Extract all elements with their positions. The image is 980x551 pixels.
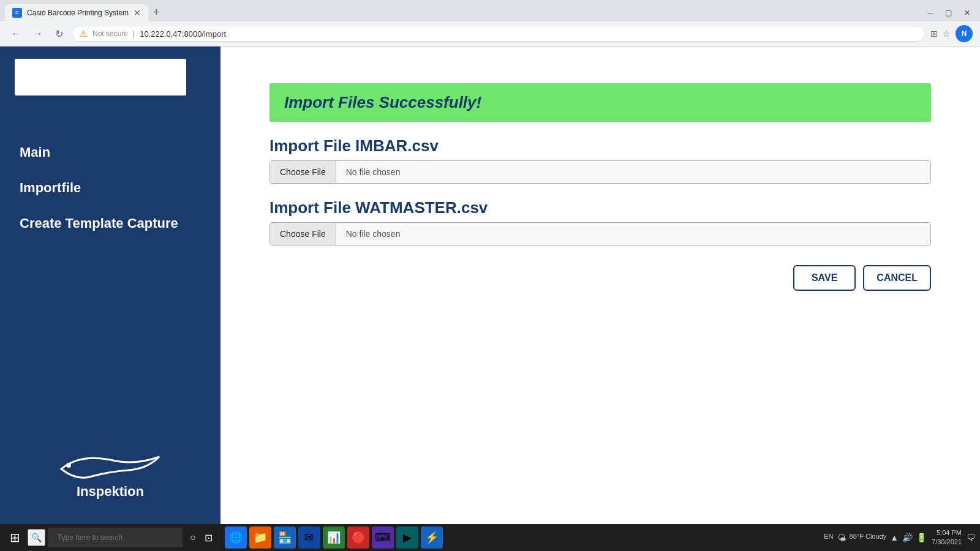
taskbar-app-ps[interactable]: ⚡ [421,527,443,549]
security-warning-icon: ⚠ [80,29,88,39]
inspektion-logo: Inspektion [55,451,165,500]
window-controls: ─ ▢ ✕ [922,6,975,20]
taskbar-system-icons: EN 🌤 88°F Cloudy ▲ 🔊 🔋 [824,533,927,542]
success-banner: Import Files Successfully! [270,83,931,122]
taskbar-app-mail[interactable]: ✉ [298,527,320,549]
security-label: Not secure [92,29,128,38]
taskbar-weather-icon: 🌤 [837,533,846,542]
sidebar-footer: Inspektion [0,426,221,524]
main-content: Import Files Successfully! Import File I… [221,47,980,524]
taskbar-quick-icons: ○ ⊡ [187,530,215,546]
address-text: 10.222.0.47:8000/import [140,29,918,39]
maximize-button[interactable]: ▢ [940,6,957,20]
save-button[interactable]: SAVE [793,265,856,291]
taskbar-search-input[interactable] [48,528,183,547]
taskbar-search-icon[interactable]: 🔍 [28,529,45,546]
address-bar-row: ← → ↻ ⚠ Not secure | 10.222.0.47:8000/im… [0,21,980,46]
watmaster-choose-file-button[interactable]: Choose File [270,223,336,245]
start-button[interactable]: ⊞ [5,528,25,547]
minimize-button[interactable]: ─ [922,6,938,20]
taskbar-battery-icon[interactable]: 🔋 [916,533,927,542]
taskbar-weather: 88°F Cloudy [850,533,887,542]
brand-name: Inspektion [77,484,144,500]
inspektion-swoosh-icon [55,451,165,481]
imbar-choose-file-button[interactable]: Choose File [270,161,336,183]
watmaster-file-input-row: Choose File No file chosen [270,222,931,246]
taskbar-time: 5:04 PM [932,528,962,538]
taskbar: ⊞ 🔍 ○ ⊡ 🌐 📁 🏪 ✉ 📊 🔴 ⌨ ▶ ⚡ EN 🌤 88°F Clou… [0,524,980,551]
sidebar: Main Importfile Create Template Capture … [0,47,221,524]
taskbar-right: EN 🌤 88°F Cloudy ▲ 🔊 🔋 5:04 PM 7/30/2021… [824,528,975,547]
taskbar-task-icon[interactable]: ⊡ [202,530,215,546]
forward-button[interactable]: → [29,27,47,40]
taskbar-language: EN [824,533,833,542]
tab-title: Casio Barcode Printing System [27,9,129,17]
import-watmaster-title: Import File WATMASTER.csv [270,198,931,217]
taskbar-apps: 🌐 📁 🏪 ✉ 📊 🔴 ⌨ ▶ ⚡ [225,527,822,549]
cancel-button[interactable]: CANCEL [863,265,931,291]
taskbar-app-folder[interactable]: 📁 [249,527,271,549]
success-message: Import Files Successfully! [284,93,481,111]
taskbar-app-term[interactable]: ▶ [396,527,418,549]
star-icon[interactable]: ☆ [943,29,951,39]
active-tab[interactable]: C Casio Barcode Printing System ✕ [5,4,148,21]
profile-avatar[interactable]: N [956,25,973,42]
sidebar-logo-area [0,47,221,108]
taskbar-app-edge[interactable]: 🌐 [225,527,247,549]
import-watmaster-section: Import File WATMASTER.csv Choose File No… [270,198,931,246]
action-buttons: SAVE CANCEL [270,265,931,291]
tab-favicon: C [12,8,22,18]
taskbar-network-icon[interactable]: ▲ [890,533,899,542]
address-icons: ⊞ ☆ [930,29,951,39]
close-button[interactable]: ✕ [959,6,975,20]
import-imbar-section: Import File IMBAR.csv Choose File No fil… [270,137,931,184]
import-imbar-title: Import File IMBAR.csv [270,137,931,156]
tab-bar: C Casio Barcode Printing System ✕ + ─ ▢ … [0,0,980,21]
taskbar-app-red[interactable]: 🔴 [347,527,369,549]
taskbar-app-store[interactable]: 🏪 [274,527,296,549]
sidebar-nav: Main Importfile Create Template Capture [0,108,221,426]
address-bar[interactable]: ⚠ Not secure | 10.222.0.47:8000/import [72,26,925,42]
imbar-file-name: No file chosen [336,161,930,183]
svg-point-0 [66,463,71,468]
sidebar-logo-box [15,59,186,96]
new-tab-button[interactable]: + [148,4,165,21]
watmaster-file-name: No file chosen [336,223,930,245]
back-button[interactable]: ← [7,27,24,40]
taskbar-app-green[interactable]: 📊 [323,527,345,549]
taskbar-volume-icon[interactable]: 🔊 [902,533,913,542]
sidebar-item-importfile[interactable]: Importfile [20,180,201,196]
taskbar-date: 7/30/2021 [932,538,962,547]
taskbar-app-vs[interactable]: ⌨ [372,527,394,549]
taskbar-voice-icon[interactable]: ○ [187,530,198,545]
sidebar-item-create-template[interactable]: Create Template Capture [20,216,201,231]
taskbar-notifications-icon[interactable]: 🗨 [967,533,975,542]
refresh-button[interactable]: ↻ [51,27,67,41]
taskbar-datetime: 5:04 PM 7/30/2021 [932,528,962,547]
app-body: Main Importfile Create Template Capture … [0,47,980,524]
browser-chrome: C Casio Barcode Printing System ✕ + ─ ▢ … [0,0,980,47]
grid-icon[interactable]: ⊞ [930,29,938,39]
tab-close-button[interactable]: ✕ [134,8,141,18]
imbar-file-input-row: Choose File No file chosen [270,160,931,184]
sidebar-item-main[interactable]: Main [20,144,201,160]
